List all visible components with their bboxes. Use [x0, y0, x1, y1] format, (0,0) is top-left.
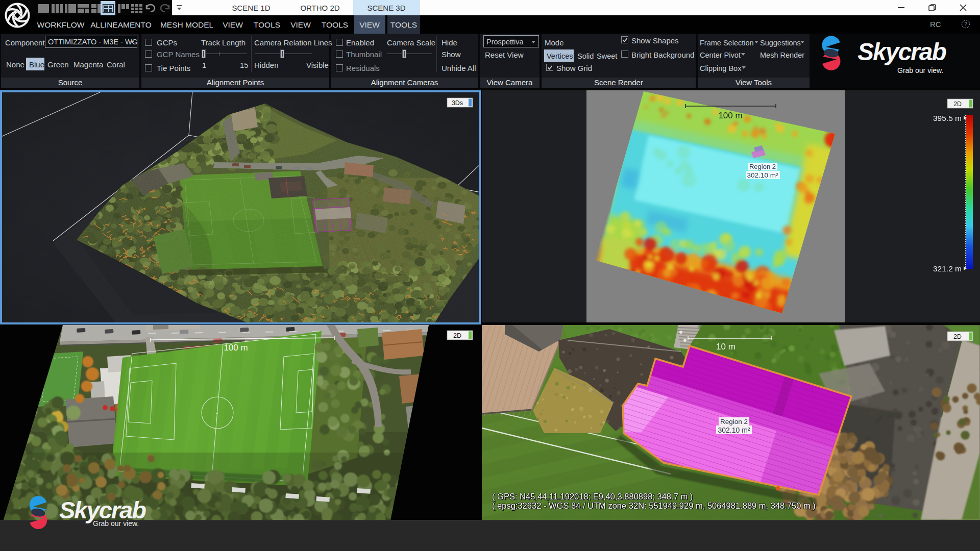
svg-text:10 m: 10 m	[716, 342, 736, 352]
svg-text:395.5 m: 395.5 m	[933, 114, 962, 122]
svg-text:100 m: 100 m	[718, 111, 742, 120]
svg-text:2D: 2D	[953, 333, 962, 340]
svg-text:302.10 m²: 302.10 m²	[747, 171, 778, 179]
svg-text:Grab our view.: Grab our view.	[93, 519, 139, 528]
svg-text:?: ?	[964, 21, 967, 27]
svg-text:( epsg:32632 - WGS 84 / UTM zo: ( epsg:32632 - WGS 84 / UTM zone 32N: 55…	[492, 501, 816, 510]
svg-text:Region 2: Region 2	[749, 163, 776, 170]
svg-text:321.2 m: 321.2 m	[933, 264, 962, 273]
svg-text:2D: 2D	[453, 332, 461, 339]
svg-text:302.10 m²: 302.10 m²	[718, 426, 750, 434]
svg-text:2D: 2D	[953, 101, 962, 108]
svg-text:100 m: 100 m	[224, 343, 248, 353]
svg-text:3Ds: 3Ds	[452, 99, 463, 107]
svg-text:( GPS: N45,44,11.192018; E9,40: ( GPS: N45,44,11.192018; E9,40,3.880898;…	[492, 492, 693, 501]
svg-text:Region 2: Region 2	[720, 418, 748, 425]
